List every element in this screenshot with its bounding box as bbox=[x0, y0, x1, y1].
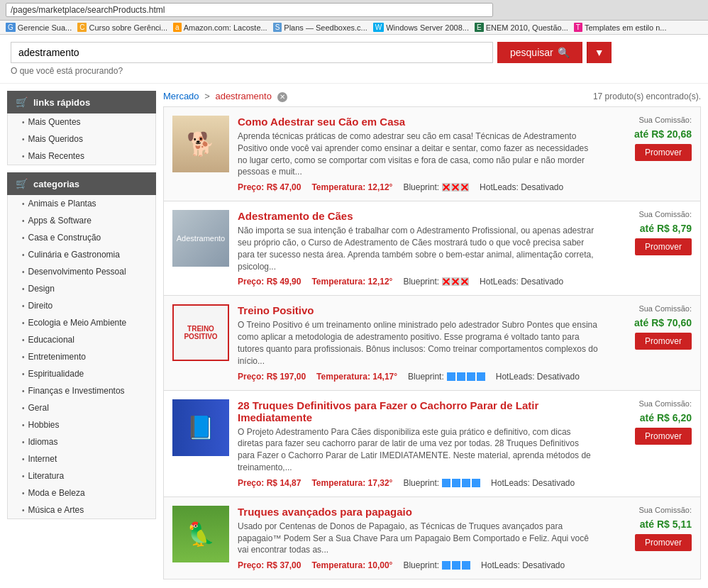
breadcrumb-clear-button[interactable]: ✕ bbox=[277, 92, 287, 102]
product-card: 🦜 Truques avançados para papagaio Usado … bbox=[163, 497, 701, 579]
sidebar-item-hobbies[interactable]: Hobbies bbox=[8, 416, 155, 433]
product-hotleads-3: HotLeads: Desativado bbox=[496, 372, 580, 382]
sidebar-categories-header: 🛒 categorias bbox=[7, 172, 156, 195]
product-temp-1: Temperatura: 12,12° bbox=[311, 182, 392, 192]
commission-label-5: Sua Comissão: bbox=[638, 506, 692, 514]
sidebar-item-ecologia[interactable]: Ecologia e Meio Ambiente bbox=[8, 314, 155, 331]
product-desc-2: Não importa se sua intenção é trabalhar … bbox=[238, 225, 598, 272]
sidebar-categories-title: categorias bbox=[33, 179, 79, 189]
sidebar-categories-list: Animais e Plantas Apps & Software Casa e… bbox=[7, 195, 156, 519]
product-thumbnail-3: TREINO POSITIVO bbox=[172, 304, 229, 361]
product-meta-5: Preço: R$ 37,00 Temperatura: 10,00° Blue… bbox=[238, 560, 598, 570]
sidebar-item-desenvolvimento[interactable]: Desenvolvimento Pessoal bbox=[8, 263, 155, 280]
blueprint-bars-2 bbox=[442, 277, 469, 286]
product-card: 📘 28 Truques Definitivos para Fazer o Ca… bbox=[163, 390, 701, 497]
content-area: Mercado > adestramento ✕ 17 produto(s) e… bbox=[163, 91, 701, 579]
sidebar-item-design[interactable]: Design bbox=[8, 280, 155, 297]
search-button[interactable]: pesquisar 🔍 bbox=[497, 42, 582, 63]
bookmarks-bar: G Gerencie Sua... C Curso sobre Gerênci.… bbox=[0, 21, 708, 35]
bookmark-enem[interactable]: E ENEM 2010, Questão... bbox=[475, 23, 568, 32]
sidebar-item-mais-queridos[interactable]: Mais Queridos bbox=[8, 131, 155, 148]
blueprint-bars-4 bbox=[442, 479, 480, 487]
sidebar-item-mais-quentes[interactable]: Mais Quentes bbox=[8, 113, 155, 131]
product-desc-5: Usado por Centenas de Donos de Papagaio,… bbox=[238, 521, 598, 556]
sidebar-item-idiomas[interactable]: Idiomas bbox=[8, 433, 155, 450]
product-desc-4: O Projeto Adestramento Para Cães disponi… bbox=[238, 426, 598, 474]
product-info-4: 28 Truques Definitivos para Fazer o Cach… bbox=[238, 399, 598, 488]
sidebar-quick-links-section: 🛒 links rápidos Mais Quentes Mais Querid… bbox=[7, 91, 156, 165]
commission-label-3: Sua Comissão: bbox=[638, 304, 692, 313]
blueprint-bar bbox=[442, 183, 450, 192]
browser-bar: /pages/marketplace/searchProducts.html bbox=[0, 0, 708, 21]
bookmark-icon-seedboxes: S bbox=[273, 23, 282, 32]
bookmark-amazon[interactable]: a Amazon.com: Lacoste... bbox=[173, 23, 267, 32]
blueprint-bar bbox=[460, 183, 469, 192]
sidebar-item-internet[interactable]: Internet bbox=[8, 450, 155, 467]
product-meta-2: Preço: R$ 49,90 Temperatura: 12,12° Blue… bbox=[238, 277, 598, 287]
breadcrumb: Mercado > adestramento ✕ 17 produto(s) e… bbox=[163, 91, 701, 102]
sidebar-item-financas[interactable]: Finanças e Investimentos bbox=[8, 382, 155, 399]
bookmark-templates[interactable]: T Templates em estilo n... bbox=[574, 23, 667, 32]
product-title-5[interactable]: Truques avançados para papagaio bbox=[238, 506, 598, 518]
product-title-3[interactable]: Treino Positivo bbox=[238, 304, 598, 316]
product-temp-2: Temperatura: 12,12° bbox=[311, 277, 392, 287]
dog-icon: 🐕 bbox=[187, 131, 215, 157]
sidebar-item-literatura[interactable]: Literatura bbox=[8, 467, 155, 484]
product-info-5: Truques avançados para papagaio Usado po… bbox=[238, 506, 598, 570]
blueprint-bar bbox=[457, 372, 465, 381]
search-icon: 🔍 bbox=[558, 47, 570, 58]
blueprint-bar bbox=[442, 479, 450, 487]
sidebar-item-animais[interactable]: Animais e Plantas bbox=[8, 195, 155, 212]
sidebar-item-espiritualidade[interactable]: Espiritualidade bbox=[8, 365, 155, 382]
breadcrumb-separator: > bbox=[204, 91, 210, 101]
promote-button-4[interactable]: Promover bbox=[635, 428, 692, 445]
blueprint-bar bbox=[452, 479, 460, 487]
sidebar-quick-links-header: 🛒 links rápidos bbox=[7, 91, 156, 113]
bookmark-icon-templates: T bbox=[574, 23, 582, 32]
product-card: Adestramento Adestramento de Cães Não im… bbox=[163, 201, 701, 295]
bookmark-windows[interactable]: W Windows Server 2008... bbox=[373, 23, 469, 32]
sidebar-item-geral[interactable]: Geral bbox=[8, 399, 155, 416]
sidebar-quick-links-title: links rápidos bbox=[33, 97, 90, 108]
product-title-1[interactable]: Como Adestrar seu Cão em Casa bbox=[238, 116, 598, 128]
product-temp-4: Temperatura: 17,32° bbox=[311, 478, 392, 488]
search-input[interactable] bbox=[11, 42, 493, 63]
blueprint-bar bbox=[442, 277, 450, 286]
sidebar-item-moda[interactable]: Moda e Beleza bbox=[8, 484, 155, 501]
sidebar-item-entretenimento[interactable]: Entretenimento bbox=[8, 348, 155, 365]
product-info-3: Treino Positivo O Treino Positivo é um t… bbox=[238, 304, 598, 381]
promote-button-5[interactable]: Promover bbox=[635, 534, 692, 551]
sidebar-item-direito[interactable]: Direito bbox=[8, 297, 155, 314]
promote-button-1[interactable]: Promover bbox=[635, 144, 692, 161]
blueprint-bars-1 bbox=[442, 183, 469, 192]
product-price-4: Preço: R$ 14,87 bbox=[238, 478, 301, 488]
sidebar-item-casa[interactable]: Casa e Construção bbox=[8, 229, 155, 246]
bookmark-curso[interactable]: C Curso sobre Gerênci... bbox=[77, 23, 167, 32]
product-desc-3: O Treino Positivo é um treinamento onlin… bbox=[238, 319, 598, 367]
promote-button-2[interactable]: Promover bbox=[635, 238, 692, 255]
search-button-label: pesquisar bbox=[510, 47, 553, 58]
sidebar-item-musica[interactable]: Música e Artes bbox=[8, 501, 155, 518]
search-dropdown-button[interactable]: ▼ bbox=[587, 42, 612, 63]
product-hotleads-2: HotLeads: Desativado bbox=[480, 277, 563, 287]
sidebar-item-culinaria[interactable]: Culinária e Gastronomia bbox=[8, 246, 155, 263]
bookmark-gerenciesua[interactable]: G Gerencie Sua... bbox=[6, 23, 72, 32]
commission-label-2: Sua Comissão: bbox=[638, 210, 692, 218]
breadcrumb-market-link[interactable]: Mercado bbox=[163, 91, 199, 101]
product-title-4[interactable]: 28 Truques Definitivos para Fazer o Cach… bbox=[238, 399, 598, 423]
bookmark-seedboxes[interactable]: S Plans — Seedboxes.c... bbox=[273, 23, 367, 32]
promote-button-3[interactable]: Promover bbox=[635, 333, 692, 350]
page-wrapper: pesquisar 🔍 ▼ O que você está procurando… bbox=[0, 35, 708, 588]
product-title-2[interactable]: Adestramento de Cães bbox=[238, 210, 598, 222]
product-blueprint-2: Blueprint: bbox=[403, 277, 469, 287]
blueprint-bar bbox=[477, 372, 485, 381]
product-blueprint-3: Blueprint: bbox=[408, 372, 485, 382]
sidebar-item-educacional[interactable]: Educacional bbox=[8, 331, 155, 348]
bookmark-icon-enem: E bbox=[475, 23, 484, 32]
commission-value-1: até R$ 20,68 bbox=[634, 128, 692, 140]
sidebar-item-apps[interactable]: Apps & Software bbox=[8, 212, 155, 229]
product-commission-3: Sua Comissão: até R$ 70,60 Promover bbox=[607, 304, 692, 381]
product-commission-1: Sua Comissão: até R$ 20,68 Promover bbox=[607, 116, 692, 192]
sidebar-item-mais-recentes[interactable]: Mais Recentes bbox=[8, 148, 155, 165]
address-bar[interactable]: /pages/marketplace/searchProducts.html bbox=[6, 3, 493, 17]
